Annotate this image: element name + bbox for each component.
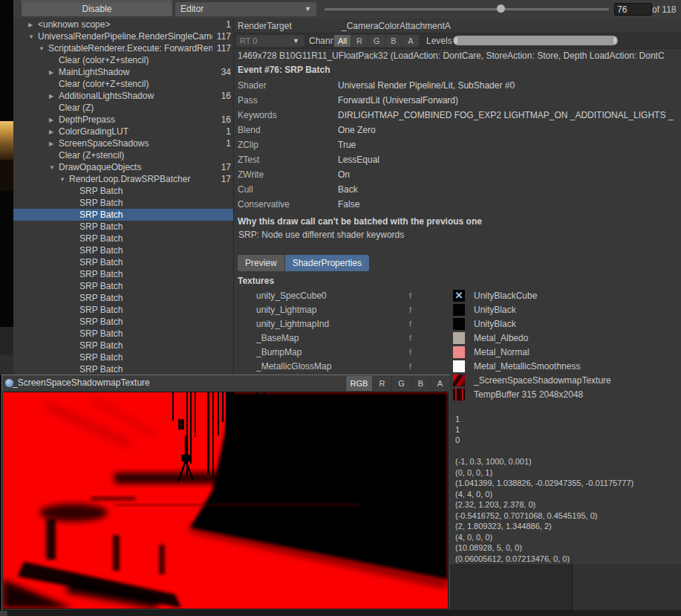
event-number-input[interactable] [614, 3, 652, 16]
tree-row-label: SRP Batch [79, 244, 212, 256]
texture-swatch[interactable] [453, 375, 465, 386]
tree-row[interactable]: SRP Batch [13, 185, 233, 197]
texture-swatch[interactable] [453, 332, 465, 344]
vector-value: (2, 1.809323, 1.344886, 2) [455, 521, 633, 532]
tree-row[interactable]: SRP Batch [13, 209, 233, 221]
background-panel-light [0, 355, 13, 375]
tree-row[interactable]: ▼ScriptableRenderer.Execute: ForwardRend… [13, 42, 233, 54]
property-label: Blend [238, 123, 261, 137]
texture-swatch[interactable] [453, 389, 465, 401]
texture-flag: f [409, 362, 411, 371]
tree-row[interactable]: ▼UniversalRenderPipeline.RenderSingleCam… [13, 30, 233, 42]
texture-value: UnityBlack [474, 319, 516, 329]
chevron-right-icon[interactable]: ▶ [49, 91, 53, 103]
tree-row[interactable]: SRP Batch [13, 197, 233, 209]
preview-channel-button-rgb[interactable]: RGB [345, 376, 372, 391]
property-label: ZTest [238, 152, 259, 167]
chevron-right-icon[interactable]: ▶ [49, 67, 53, 79]
channel-button-a[interactable]: A [402, 35, 419, 47]
tree-row-count: 16 [221, 90, 231, 102]
texture-value: _ScreenSpaceShadowmapTexture [474, 375, 611, 386]
chevron-down-icon[interactable]: ▼ [49, 162, 55, 174]
property-label: Keywords [238, 108, 277, 123]
window-bottom-bar [0, 610, 681, 616]
tree-row[interactable]: SRP Batch [13, 233, 233, 244]
tree-row[interactable]: Clear (Z) [13, 102, 233, 114]
texture-value: TempBuffer 315 2048x2048 [474, 389, 583, 400]
tree-row[interactable]: SRP Batch [13, 340, 233, 351]
tree-row[interactable]: Clear (color+Z+stencil) [13, 54, 233, 66]
channel-button-g[interactable]: G [368, 35, 385, 47]
tree-row-label: SRP Batch [79, 197, 212, 209]
tree-row-label: SRP Batch [79, 292, 212, 304]
tree-row[interactable]: SRP Batch [13, 363, 233, 375]
tree-row[interactable]: Clear (Z+stencil) [13, 149, 233, 161]
tab-shaderproperties[interactable]: ShaderProperties [285, 255, 369, 271]
texture-flag: f [409, 334, 411, 343]
chevron-right-icon[interactable]: ▶ [28, 19, 33, 31]
property-label: ZWrite [238, 167, 264, 182]
rt-dropdown[interactable]: RT 0 ▼ [236, 35, 304, 47]
tree-row[interactable]: ▶ScreenSpaceShadows1 [13, 137, 233, 149]
tree-row[interactable]: ▼DrawOpaqueObjects17 [13, 161, 233, 173]
channel-button-all[interactable]: All [333, 35, 351, 47]
tree-row[interactable]: Clear (color+Z+stencil) [13, 78, 233, 90]
tree-row-count: 1 [226, 137, 231, 149]
texture-flag: f [409, 291, 411, 300]
disable-button[interactable]: Disable [22, 2, 172, 16]
tree-row-label: ColorGradingLUT [59, 126, 212, 137]
texture-swatch[interactable] [453, 346, 465, 358]
tree-row[interactable]: ▶MainLightShadow34 [13, 66, 233, 78]
tree-row[interactable]: SRP Batch [13, 328, 233, 340]
tree-row[interactable]: ▶<unknown scope>1 [13, 19, 233, 30]
scene-shadow [0, 160, 13, 191]
texture-swatch[interactable] [453, 360, 465, 372]
tree-row-label: SRP Batch [79, 304, 212, 316]
tree-row-count: 17 [221, 173, 231, 185]
tree-row-label: SRP Batch [79, 221, 212, 233]
tree-row[interactable]: SRP Batch [13, 268, 233, 280]
property-row: ShaderUniversal Render Pipeline/Lit, Sub… [235, 78, 681, 93]
tree-row[interactable]: SRP Batch [13, 256, 233, 268]
tree-row-count: 1 [226, 19, 231, 30]
preview-title-bar[interactable]: _ScreenSpaceShadowmapTexture RGBRGBA [2, 375, 450, 392]
texture-swatch[interactable] [453, 304, 465, 316]
chevron-down-icon[interactable]: ▼ [28, 31, 34, 43]
preview-channel-button-b[interactable]: B [411, 376, 430, 391]
preview-channel-button-g[interactable]: G [391, 376, 411, 391]
levels-slider[interactable] [453, 36, 618, 45]
texture-swatch[interactable]: ✕ [453, 290, 465, 302]
vector-value: (1.041399, 1.038826, -0.02947355, -0.011… [455, 478, 633, 489]
property-label: Shader [238, 78, 267, 93]
chevron-right-icon[interactable]: ▶ [49, 114, 53, 126]
texture-swatch[interactable] [453, 318, 465, 330]
preview-channel-button-a[interactable]: A [430, 376, 449, 391]
tree-row[interactable]: SRP Batch [13, 316, 233, 328]
chevron-down-icon[interactable]: ▼ [59, 174, 65, 186]
channel-button-b[interactable]: B [385, 35, 402, 47]
texture-flag: f [409, 320, 411, 328]
preview-channel-button-r[interactable]: R [372, 376, 391, 391]
background-panel-left [449, 563, 572, 612]
tree-row[interactable]: SRP Batch [13, 304, 233, 316]
tree-row-label: SRP Batch [79, 340, 212, 351]
chevron-right-icon[interactable]: ▶ [49, 126, 53, 138]
tree-row[interactable]: SRP Batch [13, 221, 233, 233]
channel-button-r[interactable]: R [351, 35, 368, 47]
tree-row[interactable]: ▶ColorGradingLUT1 [13, 126, 233, 137]
tree-row[interactable]: SRP Batch [13, 244, 233, 256]
event-slider-handle[interactable] [497, 4, 505, 13]
chevron-down-icon[interactable]: ▼ [39, 43, 45, 55]
tree-row-label: SRP Batch [79, 256, 212, 268]
tab-preview[interactable]: Preview [238, 255, 284, 271]
tree-row[interactable]: SRP Batch [13, 351, 233, 363]
tree-row[interactable]: SRP Batch [13, 292, 233, 304]
tree-row[interactable]: ▼RenderLoop.DrawSRPBatcher17 [13, 173, 233, 185]
panel-divider [572, 563, 573, 611]
tree-row[interactable]: ▶AdditionalLightsShadow16 [13, 90, 233, 102]
event-slider-track[interactable] [325, 8, 609, 10]
chevron-right-icon[interactable]: ▶ [49, 138, 53, 150]
tree-row[interactable]: ▶DepthPrepass16 [13, 114, 233, 126]
tree-row[interactable]: SRP Batch [13, 280, 233, 292]
target-selector-dropdown[interactable]: Editor ▼ [175, 2, 316, 16]
